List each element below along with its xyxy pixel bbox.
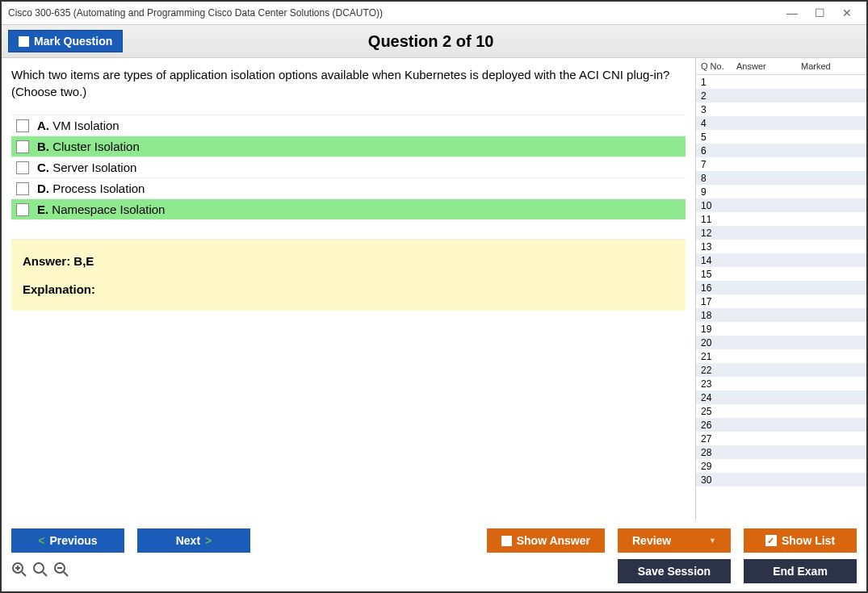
question-list-row[interactable]: 22	[696, 363, 866, 377]
question-list-row[interactable]: 16	[696, 281, 866, 294]
main-area: Which two items are types of application…	[2, 58, 866, 520]
show-answer-label: Show Answer	[517, 534, 590, 547]
options-list: A. VM IsolationB. Cluster IsolationC. Se…	[11, 115, 686, 219]
header-marked: Marked	[801, 61, 862, 71]
header-answer: Answer	[736, 61, 801, 71]
svg-line-5	[43, 572, 47, 576]
question-list-row[interactable]: 1	[696, 75, 866, 89]
question-list-row[interactable]: 12	[696, 226, 866, 240]
question-list-row[interactable]: 29	[696, 459, 866, 473]
minimize-icon[interactable]: —	[786, 6, 799, 19]
qno-cell: 20	[701, 337, 736, 349]
header-qno: Q No.	[701, 61, 736, 71]
option-label: D. Process Isolation	[37, 182, 145, 195]
close-icon[interactable]: ✕	[841, 6, 853, 19]
zoom-in-icon[interactable]	[11, 562, 27, 582]
qno-cell: 1	[701, 77, 736, 88]
show-list-button[interactable]: ✓ Show List	[744, 528, 857, 553]
footer-row-2: Save Session End Exam	[11, 559, 857, 583]
question-list-row[interactable]: 20	[696, 336, 866, 349]
question-list-row[interactable]: 14	[696, 253, 866, 267]
option-row[interactable]: E. Namespace Isolation	[11, 198, 686, 219]
question-list-body[interactable]: 1234567891011121314151617181920212223242…	[696, 75, 866, 520]
question-list-row[interactable]: 23	[696, 377, 866, 390]
question-list-row[interactable]: 19	[696, 322, 866, 336]
window-title: Cisco 300-635 (Automating and Programmin…	[8, 7, 786, 19]
question-list-row[interactable]: 6	[696, 144, 866, 157]
maximize-icon[interactable]: ☐	[813, 6, 826, 19]
qno-cell: 3	[701, 104, 736, 115]
qno-cell: 14	[701, 255, 736, 266]
question-list-row[interactable]: 9	[696, 185, 866, 198]
qno-cell: 2	[701, 90, 736, 102]
show-list-label: Show List	[782, 534, 835, 547]
option-label: E. Namespace Isolation	[37, 203, 165, 216]
end-exam-button[interactable]: End Exam	[744, 559, 857, 583]
review-button[interactable]: Review ▼	[618, 528, 731, 553]
question-list-row[interactable]: 17	[696, 294, 866, 308]
footer: < Previous Next > Show Answer Review ▼ ✓…	[2, 520, 866, 591]
zoom-controls	[11, 562, 69, 582]
qno-cell: 8	[701, 173, 736, 184]
question-list-row[interactable]: 27	[696, 432, 866, 445]
question-list-row[interactable]: 28	[696, 445, 866, 459]
chevron-left-icon: <	[38, 534, 44, 547]
option-checkbox[interactable]	[16, 182, 29, 195]
titlebar: Cisco 300-635 (Automating and Programmin…	[2, 2, 866, 24]
option-checkbox[interactable]	[16, 119, 29, 132]
question-list-row[interactable]: 8	[696, 171, 866, 185]
question-list-pane: Q No. Answer Marked 12345678910111213141…	[695, 58, 866, 520]
zoom-reset-icon[interactable]	[32, 562, 48, 582]
answer-line: Answer: B,E	[23, 254, 674, 268]
question-list-row[interactable]: 2	[696, 89, 866, 102]
topbar: Mark Question Question 2 of 10	[2, 24, 866, 58]
option-checkbox[interactable]	[16, 203, 29, 216]
qno-cell: 30	[701, 474, 736, 486]
previous-label: Previous	[50, 534, 98, 547]
qno-cell: 17	[701, 296, 736, 307]
question-list-row[interactable]: 5	[696, 130, 866, 144]
option-row[interactable]: A. VM Isolation	[11, 115, 686, 136]
question-list-row[interactable]: 26	[696, 418, 866, 432]
option-checkbox[interactable]	[16, 161, 29, 174]
previous-button[interactable]: < Previous	[11, 528, 124, 553]
question-list-row[interactable]: 4	[696, 116, 866, 130]
option-checkbox[interactable]	[16, 140, 29, 153]
qno-cell: 12	[701, 228, 736, 239]
question-list-row[interactable]: 11	[696, 212, 866, 226]
qno-cell: 7	[701, 159, 736, 170]
question-list-row[interactable]: 15	[696, 267, 866, 281]
qno-cell: 4	[701, 118, 736, 129]
qno-cell: 22	[701, 365, 736, 376]
explanation-label: Explanation:	[23, 282, 674, 296]
answer-box: Answer: B,E Explanation:	[11, 239, 686, 311]
question-list-row[interactable]: 18	[696, 308, 866, 322]
qno-cell: 24	[701, 392, 736, 403]
option-label: C. Server Isolation	[37, 161, 136, 174]
question-list-row[interactable]: 3	[696, 102, 866, 116]
qno-cell: 6	[701, 145, 736, 157]
next-button[interactable]: Next >	[137, 528, 250, 553]
question-list-row[interactable]: 21	[696, 349, 866, 363]
svg-line-1	[22, 572, 26, 576]
option-row[interactable]: C. Server Isolation	[11, 157, 686, 177]
qno-cell: 10	[701, 200, 736, 211]
option-label: A. VM Isolation	[37, 119, 120, 132]
show-answer-button[interactable]: Show Answer	[487, 528, 605, 553]
question-list-row[interactable]: 30	[696, 473, 866, 487]
question-list-row[interactable]: 10	[696, 198, 866, 212]
question-list-row[interactable]: 7	[696, 157, 866, 171]
option-row[interactable]: D. Process Isolation	[11, 177, 686, 198]
zoom-out-icon[interactable]	[53, 562, 69, 582]
question-list-row[interactable]: 25	[696, 404, 866, 418]
save-session-button[interactable]: Save Session	[618, 559, 731, 583]
qno-cell: 5	[701, 132, 736, 143]
question-list-row[interactable]: 13	[696, 240, 866, 253]
qno-cell: 26	[701, 420, 736, 431]
qno-cell: 28	[701, 447, 736, 458]
question-list-row[interactable]: 24	[696, 390, 866, 404]
qno-cell: 21	[701, 351, 736, 362]
option-row[interactable]: B. Cluster Isolation	[11, 136, 686, 157]
qno-cell: 18	[701, 310, 736, 321]
review-label: Review	[632, 534, 671, 547]
